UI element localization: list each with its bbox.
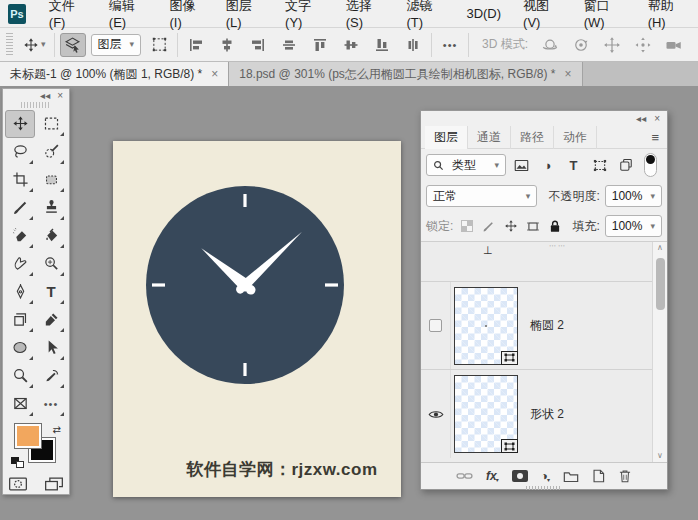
pen-tool[interactable]	[5, 278, 35, 306]
default-colors-icon[interactable]	[11, 457, 24, 468]
layer-thumbnail[interactable]	[454, 375, 518, 453]
patch-tool[interactable]	[36, 166, 66, 194]
3d-zoom-button[interactable]	[661, 33, 687, 57]
3d-slide-button[interactable]	[630, 33, 656, 57]
eraser-tool[interactable]	[5, 222, 35, 250]
filter-adjustment-layers-button[interactable]: ◑	[537, 156, 558, 174]
tab-paths[interactable]: 路径	[511, 126, 554, 149]
link-layers-button[interactable]	[456, 471, 473, 481]
align-top-edges-button[interactable]	[307, 33, 333, 57]
tab-actions[interactable]: 动作	[554, 126, 597, 149]
layer-style-button[interactable]: fx▾	[486, 469, 499, 483]
filter-type-layers-button[interactable]: T	[563, 156, 584, 174]
dodge-tool[interactable]	[36, 250, 66, 278]
clone-stamp-tool[interactable]	[36, 194, 66, 222]
options-grip[interactable]	[6, 33, 13, 57]
tab-layers[interactable]: 图层	[425, 126, 468, 149]
layer-thumbnail[interactable]	[454, 287, 518, 365]
swap-colors-icon[interactable]: ⇄	[53, 424, 61, 435]
quick-mask-button[interactable]	[5, 474, 31, 494]
close-tab-icon[interactable]: ×	[565, 67, 572, 81]
filter-pixel-layers-button[interactable]	[511, 156, 532, 174]
menu-window[interactable]: 窗口(W)	[573, 0, 637, 30]
move-tool[interactable]	[5, 110, 35, 138]
align-right-edges-button[interactable]	[245, 33, 271, 57]
align-bottom-edges-button[interactable]	[369, 33, 395, 57]
close-tab-icon[interactable]: ×	[211, 67, 218, 81]
visibility-toggle[interactable]	[421, 370, 451, 458]
blend-mode-combo[interactable]: 正常 ▾	[426, 185, 537, 207]
scroll-down-icon[interactable]: ∨	[657, 450, 663, 462]
opacity-combo[interactable]: 100% ▾	[605, 185, 662, 207]
path-selection-tool[interactable]	[36, 334, 66, 362]
slice-tool[interactable]	[5, 390, 35, 418]
menu-help[interactable]: 帮助(H)	[637, 0, 698, 30]
menu-view[interactable]: 视图(V)	[512, 0, 573, 30]
scrollbar-thumb[interactable]	[656, 258, 665, 310]
layer-row-shape2[interactable]: 形状 2	[421, 370, 667, 458]
quick-selection-tool[interactable]	[36, 138, 66, 166]
collapse-panel-icon[interactable]: ◂◂	[636, 113, 646, 124]
clipped-layer-row[interactable]: ⊥ ⋯⋯	[421, 242, 667, 282]
new-group-button[interactable]	[563, 470, 579, 483]
menu-type[interactable]: 文字(Y)	[274, 0, 335, 30]
3d-orbit-button[interactable]	[537, 33, 563, 57]
3d-pan-button[interactable]	[599, 33, 625, 57]
scroll-up-icon[interactable]: ∧	[657, 242, 663, 254]
panel-grip[interactable]	[21, 102, 51, 107]
align-vertical-centers-button[interactable]	[338, 33, 364, 57]
eyedropper-tool[interactable]	[36, 306, 66, 334]
3d-roll-button[interactable]	[568, 33, 594, 57]
add-layer-mask-button[interactable]	[512, 470, 528, 482]
frame-tool[interactable]	[5, 306, 35, 334]
align-left-edges-button[interactable]	[183, 33, 209, 57]
distribute-vertical-button[interactable]	[400, 33, 426, 57]
collapse-panel-icon[interactable]: ◂◂	[40, 90, 50, 101]
menu-3d[interactable]: 3D(D)	[455, 6, 512, 21]
menu-layer[interactable]: 图层(L)	[215, 0, 274, 30]
screen-mode-button[interactable]	[41, 474, 67, 494]
menu-select[interactable]: 选择(S)	[335, 0, 396, 30]
auto-select-toggle[interactable]	[60, 33, 86, 57]
layer-row-ellipse2[interactable]: 椭圆 2	[421, 282, 667, 370]
fill-combo[interactable]: 100% ▾	[605, 215, 662, 237]
close-panel-icon[interactable]: ×	[654, 113, 660, 124]
brush-tool[interactable]	[5, 194, 35, 222]
layers-scrollbar[interactable]: ∧ ∨	[652, 242, 667, 462]
filter-type-combo[interactable]: 类型 ▾	[426, 154, 506, 176]
visibility-toggle[interactable]	[421, 282, 451, 369]
more-align-options-button[interactable]: •••	[437, 33, 463, 57]
close-panel-icon[interactable]: ×	[57, 90, 63, 101]
adjustment-layer-button[interactable]: ◑▾	[541, 469, 550, 483]
auto-select-target-combo[interactable]: 图层 ▾	[91, 34, 142, 56]
distribute-horizontal-button[interactable]	[276, 33, 302, 57]
ellipse-tool[interactable]	[5, 334, 35, 362]
marquee-tool[interactable]	[36, 110, 66, 138]
tool-preset-move[interactable]: ▾	[20, 33, 49, 57]
filter-toggle-switch[interactable]	[644, 153, 657, 177]
menu-edit[interactable]: 编辑(E)	[98, 0, 159, 30]
crop-tool[interactable]	[5, 166, 35, 194]
delete-layer-button[interactable]	[618, 469, 632, 483]
menu-filter[interactable]: 滤镜(T)	[395, 0, 455, 30]
menu-file[interactable]: 文件(F)	[38, 0, 98, 30]
tab-channels[interactable]: 通道	[468, 126, 511, 149]
lasso-tool[interactable]	[5, 138, 35, 166]
smudge-tool[interactable]	[5, 250, 35, 278]
show-transform-controls-toggle[interactable]	[146, 33, 172, 57]
lock-position-button[interactable]	[502, 219, 519, 233]
lock-artboard-button[interactable]	[524, 220, 541, 233]
lock-transparent-pixels-button[interactable]	[458, 220, 475, 232]
document-tab-untitled[interactable]: 未标题-1 @ 100% (椭圆 1, RGB/8) * ×	[0, 62, 229, 86]
lock-image-pixels-button[interactable]	[480, 220, 497, 233]
lock-all-button[interactable]	[546, 220, 563, 233]
zoom-tool[interactable]	[5, 362, 35, 390]
filter-shape-layers-button[interactable]	[589, 156, 610, 174]
panel-menu-icon[interactable]: ≡	[651, 130, 663, 145]
foreground-color-swatch[interactable]	[15, 424, 41, 448]
new-layer-button[interactable]	[592, 469, 605, 483]
align-horizontal-centers-button[interactable]	[214, 33, 240, 57]
menu-image[interactable]: 图像(I)	[159, 0, 215, 30]
type-tool[interactable]: T	[36, 278, 66, 306]
panel-resize-grip[interactable]	[526, 486, 562, 490]
